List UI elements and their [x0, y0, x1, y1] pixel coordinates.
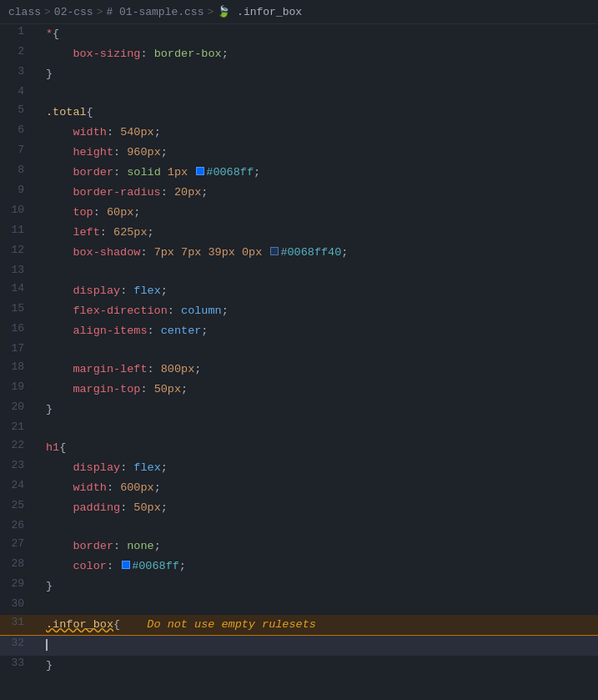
line-num-29: 29 — [0, 577, 38, 590]
code-line-33: 33 } — [0, 656, 598, 676]
code-line-21: 21 — [0, 420, 598, 438]
line-num-26: 26 — [0, 519, 38, 531]
line-num-14: 14 — [0, 282, 38, 295]
code-line-11: 11 left: 625px; — [0, 223, 598, 243]
line-num-8: 8 — [0, 164, 38, 176]
breadcrumb-sep-2: > — [97, 6, 103, 18]
line-content-29: } — [43, 577, 598, 596]
line-num-24: 24 — [0, 479, 38, 491]
line-num-18: 18 — [0, 360, 38, 373]
line-content-32 — [43, 637, 598, 655]
line-content-6: width: 540px; — [43, 123, 598, 142]
line-content-16: align-items: center; — [43, 322, 598, 340]
line-content-24: width: 600px; — [43, 479, 598, 497]
code-line-1: 1 *{ — [0, 24, 598, 44]
color-swatch-color — [122, 561, 130, 569]
code-line-8: 8 border: solid 1px #0068ff; — [0, 163, 598, 183]
line-content-14: display: flex; — [43, 282, 598, 300]
code-line-15: 15 flex-direction: column; — [0, 301, 598, 321]
code-line-7: 7 height: 960px; — [0, 143, 598, 163]
code-line-23: 23 display: flex; — [0, 458, 598, 478]
text-cursor — [46, 639, 48, 651]
line-num-12: 12 — [0, 244, 38, 256]
line-num-16: 16 — [0, 322, 38, 335]
line-content-1: *{ — [43, 25, 598, 43]
line-num-23: 23 — [0, 459, 38, 471]
line-content-23: display: flex; — [43, 459, 598, 477]
line-num-2: 2 — [0, 45, 38, 58]
line-content-33: } — [43, 657, 598, 675]
breadcrumb-sep-1: > — [44, 6, 51, 18]
line-content-22: h1{ — [43, 439, 598, 457]
code-line-14: 14 display: flex; — [0, 281, 598, 301]
color-swatch-blue — [196, 167, 204, 175]
code-line-17: 17 — [0, 341, 598, 360]
code-line-6: 6 width: 540px; — [0, 123, 598, 143]
code-line-2: 2 box-sizing: border-box; — [0, 44, 598, 64]
line-content-25: padding: 50px; — [43, 499, 598, 517]
line-num-32: 32 — [0, 637, 38, 649]
line-num-4: 4 — [0, 85, 38, 98]
code-editor[interactable]: 1 *{ 2 box-sizing: border-box; 3 } 4 5 .… — [0, 24, 598, 676]
code-line-18: 18 margin-left: 800px; — [0, 360, 598, 380]
code-line-24: 24 width: 600px; — [0, 478, 598, 498]
line-num-28: 28 — [0, 557, 38, 570]
line-num-1: 1 — [0, 25, 38, 38]
line-content-7: height: 960px; — [43, 144, 598, 162]
line-num-10: 10 — [0, 204, 38, 216]
code-line-3: 3 } — [0, 64, 598, 84]
line-num-5: 5 — [0, 103, 38, 116]
code-line-30: 30 — [0, 597, 598, 615]
code-line-9: 9 border-radius: 20px; — [0, 183, 598, 203]
breadcrumb: class > 02-css > # 01-sample.css > 🍃 .in… — [0, 0, 598, 24]
line-num-30: 30 — [0, 597, 38, 610]
line-num-19: 19 — [0, 380, 38, 393]
line-content-11: left: 625px; — [43, 224, 598, 242]
line-content-27: border: none; — [43, 537, 598, 556]
line-content-15: flex-direction: column; — [43, 302, 598, 320]
code-line-10: 10 top: 60px; — [0, 203, 598, 223]
code-line-20: 20 } — [0, 400, 598, 420]
line-num-9: 9 — [0, 184, 38, 196]
breadcrumb-selector: 🍃 .infor_box — [217, 5, 302, 18]
code-line-16: 16 align-items: center; — [0, 321, 598, 341]
line-content-31: .infor_box{ Do not use empty rulesets — [43, 616, 598, 634]
code-line-31: 31 .infor_box{ Do not use empty rulesets — [0, 615, 598, 636]
error-message: Do not use empty rulesets — [133, 618, 316, 631]
color-swatch-shadow — [270, 247, 279, 255]
code-line-28: 28 color: #0068ff; — [0, 556, 598, 577]
line-num-22: 22 — [0, 439, 38, 451]
breadcrumb-file[interactable]: # 01-sample.css — [106, 6, 204, 18]
line-content-9: border-radius: 20px; — [43, 184, 598, 202]
code-line-27: 27 border: none; — [0, 536, 598, 556]
line-content-12: box-shadow: 7px 7px 39px 0px #0068ff40; — [43, 244, 598, 262]
line-num-7: 7 — [0, 144, 38, 156]
line-content-8: border: solid 1px #0068ff; — [43, 164, 598, 182]
line-content-20: } — [43, 400, 598, 419]
code-line-25: 25 padding: 50px; — [0, 498, 598, 518]
code-line-5: 5 .total{ — [0, 103, 598, 123]
code-line-4: 4 — [0, 84, 598, 103]
line-num-21: 21 — [0, 421, 38, 433]
code-line-29: 29 } — [0, 577, 598, 597]
code-line-32[interactable]: 32 — [0, 636, 598, 656]
code-line-26: 26 — [0, 518, 598, 536]
line-num-25: 25 — [0, 499, 38, 511]
line-num-6: 6 — [0, 123, 38, 136]
line-content-19: margin-top: 50px; — [43, 380, 598, 399]
code-line-19: 19 margin-top: 50px; — [0, 380, 598, 400]
line-content-5: .total{ — [43, 103, 598, 122]
breadcrumb-sep-3: > — [207, 6, 214, 18]
line-num-13: 13 — [0, 264, 38, 276]
breadcrumb-02css[interactable]: 02-css — [54, 6, 93, 18]
line-content-28: color: #0068ff; — [43, 557, 598, 576]
line-content-3: } — [43, 65, 598, 83]
line-num-3: 3 — [0, 65, 38, 78]
code-line-22: 22 h1{ — [0, 438, 598, 458]
breadcrumb-class[interactable]: class — [8, 6, 41, 18]
line-num-20: 20 — [0, 400, 38, 413]
line-content-18: margin-left: 800px; — [43, 360, 598, 379]
line-num-17: 17 — [0, 342, 38, 355]
line-num-11: 11 — [0, 224, 38, 236]
line-content-10: top: 60px; — [43, 204, 598, 222]
